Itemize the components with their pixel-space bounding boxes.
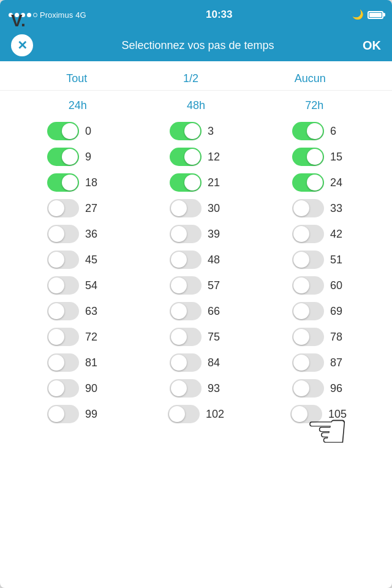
toggle-r4-c0[interactable]: [47, 225, 79, 243]
toggle-r7-c1[interactable]: [170, 302, 202, 320]
toggle-r4-c1[interactable]: [170, 225, 202, 243]
toggle-thumb: [184, 123, 200, 139]
battery-icon: [368, 11, 383, 19]
toggle-r5-c2[interactable]: [292, 251, 324, 269]
toggle-r10-c1[interactable]: [170, 379, 202, 398]
toggle-r1-c1[interactable]: [170, 148, 202, 166]
toggle-cell-r9-c1: 84: [159, 353, 233, 372]
toggle-r10-c0[interactable]: [47, 379, 79, 398]
toggle-r10-c2[interactable]: [292, 379, 324, 398]
toggle-cell-r7-c0: 63: [37, 302, 110, 320]
aucun-button[interactable]: Aucun: [295, 72, 326, 85]
toggle-label-r9-c0: 81: [85, 356, 100, 369]
toggle-row: 636669: [12, 302, 380, 320]
battery-fill: [369, 13, 382, 17]
toggle-thumb: [171, 252, 187, 268]
toggle-cell-r6-c2: 60: [282, 276, 355, 295]
toggle-thumb: [171, 355, 187, 371]
toggle-r0-c2[interactable]: [292, 122, 324, 140]
toggle-cell-r7-c1: 66: [159, 302, 233, 320]
toggle-thumb: [184, 149, 200, 165]
toggle-r4-c2[interactable]: [292, 225, 324, 243]
toggle-thumb: [169, 406, 185, 422]
toggle-label-r0-c1: 3: [208, 125, 222, 138]
toggle-r8-c0[interactable]: [47, 328, 79, 346]
toggle-label-r0-c2: 6: [330, 125, 345, 138]
toggle-r11-c1[interactable]: [168, 405, 200, 423]
toggle-cell-r3-c2: 33: [282, 199, 355, 217]
toggle-label-r6-c2: 60: [330, 279, 345, 292]
toggles-area: 0369121518212427303336394245485154576063…: [0, 117, 392, 431]
toggle-thumb: [293, 303, 309, 319]
action-bar: ✕ Selectionnez vos pas de temps OK: [0, 29, 392, 61]
toggle-label-r2-c2: 24: [330, 176, 345, 189]
toggle-thumb: [171, 380, 187, 396]
toggle-label-r9-c2: 87: [330, 356, 345, 369]
toggle-label-r1-c2: 15: [330, 151, 345, 164]
toggle-thumb: [307, 123, 323, 139]
toggle-r3-c0[interactable]: [47, 199, 79, 217]
toggle-cell-r9-c2: 87: [282, 353, 355, 372]
toggle-r7-c2[interactable]: [292, 302, 324, 320]
toggle-r2-c2[interactable]: [292, 173, 324, 192]
toggle-r3-c1[interactable]: [170, 199, 202, 217]
toggle-r9-c1[interactable]: [170, 353, 202, 372]
toggle-thumb: [171, 200, 187, 216]
toggle-label-r3-c1: 30: [208, 202, 222, 215]
toggle-label-r6-c0: 54: [85, 279, 100, 292]
toggle-r7-c0[interactable]: [47, 302, 79, 320]
toggle-r11-c2[interactable]: [290, 405, 322, 423]
toggle-thumb: [48, 329, 64, 345]
toggle-thumb: [307, 175, 323, 190]
toggle-r0-c1[interactable]: [170, 122, 202, 140]
col-header-72h: 72h: [277, 99, 351, 112]
toggle-thumb: [62, 149, 78, 165]
toggle-cell-r2-c2: 24: [282, 173, 355, 192]
toggle-cell-r4-c0: 36: [37, 225, 110, 243]
toggle-r8-c1[interactable]: [170, 328, 202, 346]
toggle-cell-r1-c2: 15: [282, 148, 355, 166]
toggle-r0-c0[interactable]: [47, 122, 79, 140]
toggle-r11-c0[interactable]: [47, 405, 79, 423]
toggle-r9-c2[interactable]: [292, 353, 324, 372]
toggle-r2-c0[interactable]: [47, 173, 79, 192]
toggle-cell-r0-c0: 0: [37, 122, 110, 140]
toggle-cell-r4-c2: 42: [282, 225, 355, 243]
toggle-label-r10-c1: 93: [208, 382, 222, 395]
tout-button[interactable]: Tout: [66, 72, 87, 85]
toggle-thumb: [293, 252, 309, 268]
toggle-cell-r3-c0: 27: [37, 199, 110, 217]
toggle-label-r4-c1: 39: [208, 228, 222, 241]
toggle-label-r8-c0: 72: [85, 331, 100, 344]
toggle-row: 91215: [12, 148, 380, 166]
toggle-row: 99102105: [12, 405, 380, 423]
carrier: Proximus: [40, 10, 73, 20]
moon-icon: 🌙: [352, 9, 364, 20]
toggle-r6-c2[interactable]: [292, 276, 324, 295]
col-headers: 24h 48h 72h: [0, 91, 392, 117]
toggle-cell-r8-c1: 75: [159, 328, 233, 346]
toggle-cell-r8-c2: 78: [282, 328, 355, 346]
toggle-cell-r10-c2: 96: [282, 379, 355, 398]
ok-button[interactable]: OK: [363, 39, 381, 53]
toggle-row: 363942: [12, 225, 380, 243]
toggle-r2-c1[interactable]: [170, 173, 202, 192]
toggle-r5-c1[interactable]: [170, 251, 202, 269]
toggle-r9-c0[interactable]: [47, 353, 79, 372]
toggle-r6-c0[interactable]: [47, 276, 79, 295]
toggle-r1-c0[interactable]: [47, 148, 79, 166]
toggle-r8-c2[interactable]: [292, 328, 324, 346]
dot4: [27, 13, 31, 17]
toggle-label-r4-c2: 42: [330, 228, 345, 241]
half-button[interactable]: 1/2: [183, 72, 198, 85]
toggle-r5-c0[interactable]: [47, 251, 79, 269]
toggle-label-r7-c2: 69: [330, 305, 345, 318]
toggle-thumb: [293, 355, 309, 371]
toggle-thumb: [48, 355, 64, 371]
toggle-thumb: [307, 149, 323, 165]
toggle-r1-c2[interactable]: [292, 148, 324, 166]
toggle-r6-c1[interactable]: [170, 276, 202, 295]
status-bar: Proximus 4G 10:33 🌙: [0, 0, 392, 29]
toggle-r3-c2[interactable]: [292, 199, 324, 217]
close-button[interactable]: ✕: [11, 34, 33, 56]
